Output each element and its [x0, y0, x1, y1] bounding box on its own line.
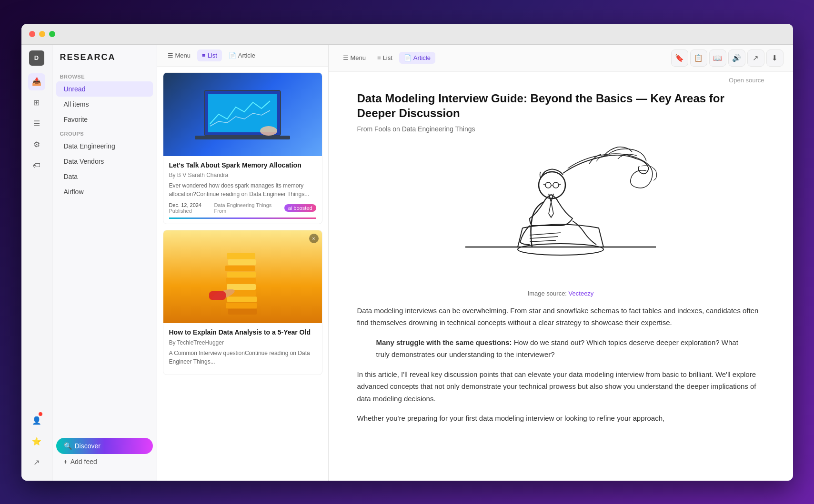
article-meta-1: Dec. 12, 2024 Published Data Engineering…: [169, 202, 316, 214]
svg-line-30: [559, 184, 561, 185]
article-card-2[interactable]: How to Explain Data Analysis to a 5-Year…: [163, 230, 322, 375]
document-button[interactable]: 📋: [690, 49, 707, 67]
sidebar-icon-inbox[interactable]: 📥: [28, 73, 45, 90]
svg-point-27: [553, 182, 559, 188]
share-button[interactable]: ↗: [747, 49, 764, 67]
reader-title: Data Modeling Interview Guide: Beyond th…: [357, 91, 764, 120]
progress-bar-1: [169, 217, 316, 219]
ai-badge-1: ai boosted: [284, 204, 316, 212]
svg-rect-8: [227, 284, 256, 290]
app-logo: RESEARCA: [60, 52, 149, 62]
article-list-panel: ☰ Menu ≡ List 📄 Article: [157, 45, 329, 481]
article-reader: ☰ Menu ≡ List 📄 Article 🔖 📋 📖 🔊 ↗: [329, 45, 793, 481]
groups-section-label: GROUPS: [52, 127, 157, 138]
book-button[interactable]: 📖: [709, 49, 726, 67]
reader-list-button[interactable]: ≡ List: [372, 52, 397, 64]
reader-menu-button[interactable]: ☰ Menu: [338, 52, 371, 64]
svg-line-20: [530, 233, 561, 235]
article-source-from-1: Data Engineering Things: [214, 202, 271, 208]
article-view-button[interactable]: 📄 Article: [224, 49, 260, 61]
sidebar-icon-export[interactable]: ↗: [28, 454, 45, 471]
svg-rect-4: [228, 309, 257, 315]
sidebar-item-unread[interactable]: Unread: [56, 81, 153, 97]
article-source-label-1: From: [214, 208, 271, 214]
article-body-1: Let's Talk About Spark Memory Allocation…: [163, 156, 322, 224]
titlebar: [21, 24, 793, 45]
minimize-button[interactable]: [39, 31, 45, 37]
sidebar-item-data-vendors[interactable]: Data Vendors: [56, 154, 153, 169]
reader-illustration: [357, 142, 764, 280]
sidebar-icon-star[interactable]: ⭐: [28, 433, 45, 450]
list-icon-reader: ≡: [377, 54, 381, 61]
bookmark-button[interactable]: 🔖: [671, 49, 688, 67]
article-excerpt-2: A Common Interview questionContinue read…: [169, 349, 316, 366]
svg-line-29: [543, 184, 545, 185]
article-thumbnail-1: [163, 73, 322, 156]
article-title-1: Let's Talk About Spark Memory Allocation: [169, 161, 316, 170]
svg-rect-6: [227, 296, 257, 302]
sidebar-icon-tag[interactable]: 🏷: [28, 157, 45, 174]
reader-callout: Many struggle with the same questions: H…: [376, 336, 745, 361]
article-excerpt-1: Ever wondered how does spark manages its…: [169, 181, 316, 198]
search-icon: 🔍: [64, 442, 72, 450]
reader-content: Open source Data Modeling Interview Guid…: [329, 72, 793, 481]
svg-line-21: [530, 237, 558, 238]
svg-rect-13: [227, 253, 255, 259]
article-thumbnail-2: [163, 230, 322, 323]
sidebar-item-favorite[interactable]: Favorite: [56, 112, 153, 127]
sidebar-icon-filter[interactable]: ⚙: [28, 136, 45, 153]
reader-paragraph-3: Whether you're preparing for your first …: [357, 412, 764, 425]
reader-action-buttons: 🔖 📋 📖 🔊 ↗ ⬇: [671, 49, 784, 67]
article-icon: 📄: [229, 52, 236, 59]
menu-view-button[interactable]: ☰ Menu: [163, 49, 196, 61]
sidebar-item-airflow[interactable]: Airflow: [56, 184, 153, 199]
plus-icon: +: [64, 458, 68, 465]
sidebar-item-data[interactable]: Data: [56, 169, 153, 184]
reader-source: From Fools on Data Engineering Things: [357, 125, 764, 133]
menu-icon: ☰: [168, 52, 173, 59]
close-button[interactable]: [29, 31, 35, 37]
article-body-2: How to Explain Data Analysis to a 5-Year…: [163, 323, 322, 375]
callout-bold: Many struggle with the same questions:: [376, 338, 512, 346]
discover-button[interactable]: 🔍 Discover: [56, 438, 153, 454]
open-source-link[interactable]: Open source: [729, 77, 764, 84]
panel-toolbar: ☰ Menu ≡ List 📄 Article: [157, 45, 328, 67]
svg-rect-15: [209, 291, 226, 300]
svg-rect-11: [225, 266, 255, 271]
sidebar-icon-layers[interactable]: ⊞: [28, 94, 45, 111]
add-feed-button[interactable]: + Add feed: [56, 454, 153, 469]
svg-rect-10: [227, 272, 256, 277]
sidebar-item-all-items[interactable]: All items: [56, 97, 153, 112]
browse-section-label: BROWSE: [52, 70, 157, 81]
list-view-button[interactable]: ≡ List: [197, 49, 222, 61]
sidebar-item-data-engineering[interactable]: Data Engineering: [56, 138, 153, 154]
article-author-2: By TechieTreeHugger: [169, 339, 316, 346]
article-icon-reader: 📄: [404, 54, 412, 61]
download-button[interactable]: ⬇: [766, 49, 784, 67]
svg-rect-9: [226, 278, 256, 284]
logo-area: RESEARCA: [52, 52, 157, 70]
speaker-button[interactable]: 🔊: [728, 49, 745, 67]
list-icon: ≡: [202, 52, 206, 59]
sidebar-icon-list[interactable]: ☰: [28, 115, 45, 132]
article-author-1: By B V Sarath Chandra: [169, 172, 316, 178]
article-list: Let's Talk About Spark Memory Allocation…: [157, 67, 328, 481]
svg-point-26: [545, 182, 551, 188]
article-status-1: Published: [169, 208, 202, 214]
article-date-1: Dec. 12, 2024: [169, 202, 202, 208]
svg-rect-12: [228, 259, 256, 265]
reader-toolbar: ☰ Menu ≡ List 📄 Article 🔖 📋 📖 🔊 ↗: [329, 45, 793, 72]
image-source-link[interactable]: Vecteezy: [569, 290, 594, 297]
nav-sidebar: RESEARCA BROWSE Unread All items Favorit…: [52, 45, 157, 481]
sidebar-icon-settings[interactable]: 👤: [28, 412, 45, 429]
image-caption: Image source: Vecteezy: [357, 290, 764, 297]
reader-article-button[interactable]: 📄 Article: [399, 52, 435, 64]
maximize-button[interactable]: [49, 31, 55, 37]
svg-line-19: [599, 228, 603, 247]
notification-dot: [39, 412, 42, 416]
avatar[interactable]: D: [29, 50, 44, 66]
svg-rect-5: [226, 303, 257, 308]
svg-point-17: [518, 244, 603, 255]
article-card-1[interactable]: Let's Talk About Spark Memory Allocation…: [163, 72, 322, 225]
close-card-button[interactable]: ×: [309, 234, 319, 243]
